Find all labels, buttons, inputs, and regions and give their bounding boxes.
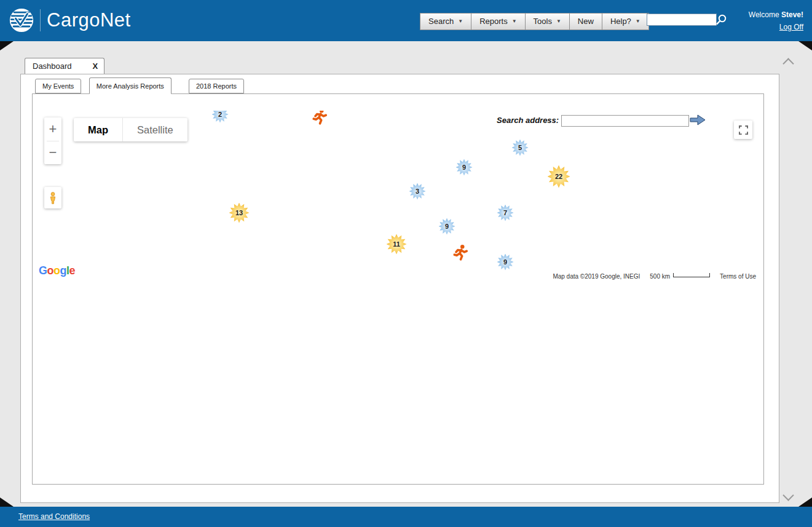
map-zoom-control: + −: [44, 117, 61, 164]
corner-wedge: [0, 497, 14, 507]
global-search-input[interactable]: [647, 14, 717, 26]
chevron-down-icon: ▼: [636, 19, 641, 24]
corner-wedge: [0, 41, 14, 50]
map-type-toggle: Map Satellite: [74, 118, 187, 141]
corner-wedge: [798, 41, 812, 50]
nav-help-button[interactable]: Help?▼: [602, 13, 649, 30]
cargonet-logo-icon: [9, 7, 34, 33]
scroll-down-icon[interactable]: [782, 489, 794, 501]
map-cluster-marker[interactable]: 9: [436, 216, 457, 237]
map-type-satellite-button[interactable]: Satellite: [122, 118, 187, 141]
map-type-map-button[interactable]: Map: [74, 118, 122, 141]
map-scale: 500 km: [645, 273, 715, 280]
terms-and-conditions-link[interactable]: Terms and Conditions: [18, 512, 90, 521]
theft-runner-marker[interactable]: [312, 111, 328, 128]
chevron-down-icon: ▼: [512, 19, 517, 24]
scale-bar: [673, 273, 710, 277]
map-cluster-marker[interactable]: 7: [495, 202, 516, 223]
marker-count: 2: [218, 111, 222, 118]
map-cluster-marker[interactable]: 13: [227, 200, 251, 225]
marker-count: 5: [518, 144, 522, 151]
subtab-2018-reports[interactable]: 2018 Reports: [189, 79, 244, 93]
corner-wedge: [798, 497, 812, 507]
brand-name: CargoNet: [47, 9, 131, 31]
marker-count: 22: [555, 173, 562, 180]
brand: CargoNet: [9, 7, 131, 33]
search-address-go-icon[interactable]: [690, 114, 706, 129]
search-address-label: Search address:: [497, 116, 559, 125]
terms-of-use-link[interactable]: Terms of Use: [715, 273, 761, 280]
marker-count: 9: [445, 223, 449, 230]
search-address-input[interactable]: [561, 115, 689, 127]
map-cluster-marker[interactable]: 11: [384, 232, 409, 256]
marker-count: 9: [503, 258, 507, 266]
marker-count: 9: [462, 164, 466, 171]
fullscreen-icon[interactable]: [734, 121, 752, 139]
subtab-more-analysis-reports[interactable]: More Analysis Reports: [89, 77, 171, 94]
nav-new-button[interactable]: New: [570, 13, 602, 30]
map-cluster-marker[interactable]: 2: [210, 111, 231, 125]
scroll-up-icon[interactable]: [782, 58, 794, 69]
marker-count: 7: [503, 209, 507, 216]
map-cluster-marker[interactable]: 9: [495, 252, 516, 272]
reports-groupbox: [32, 93, 764, 485]
welcome-text: Welcome Steve!: [749, 10, 803, 19]
tab-close-icon[interactable]: X: [93, 61, 98, 71]
map-cluster-marker[interactable]: 5: [510, 137, 530, 158]
theft-runner-marker[interactable]: [452, 244, 468, 264]
nav-search-button[interactable]: Search▼: [420, 13, 471, 30]
footer-bar: Terms and Conditions: [0, 507, 812, 527]
marker-count: 11: [393, 240, 400, 248]
google-logo[interactable]: Google: [39, 264, 75, 277]
main-nav: Search▼Reports▼Tools▼NewHelp?▼: [420, 13, 649, 30]
map-data-credit: Map data ©2019 Google, INEGI: [548, 273, 645, 280]
log-off-link[interactable]: Log Off: [779, 23, 803, 31]
nav-tools-button[interactable]: Tools▼: [526, 13, 570, 30]
cargonet-app: CargoNet Search▼Reports▼Tools▼NewHelp?▼ …: [0, 0, 812, 527]
tab-dashboard[interactable]: Dashboard X: [25, 58, 104, 74]
search-icon[interactable]: [715, 14, 727, 26]
map-attribution: Map data ©2019 Google, INEGI 500 km Term…: [548, 271, 761, 281]
chevron-down-icon: ▼: [556, 19, 561, 24]
brand-divider: [40, 9, 41, 31]
map-cluster-marker[interactable]: 22: [545, 163, 572, 190]
marker-count: 13: [235, 209, 243, 216]
header-bar: CargoNet Search▼Reports▼Tools▼NewHelp?▼ …: [0, 0, 812, 41]
subtab-my-events[interactable]: My Events: [35, 79, 81, 93]
map-cluster-marker[interactable]: 9: [454, 157, 475, 178]
zoom-out-button[interactable]: −: [44, 141, 61, 165]
nav-reports-button[interactable]: Reports▼: [471, 13, 525, 30]
tab-dashboard-label: Dashboard: [33, 61, 72, 71]
chevron-down-icon: ▼: [458, 19, 463, 24]
zoom-in-button[interactable]: +: [44, 117, 61, 141]
marker-count: 3: [416, 188, 419, 195]
map-cluster-marker[interactable]: 3: [407, 181, 428, 202]
pegman-control[interactable]: [44, 187, 61, 208]
